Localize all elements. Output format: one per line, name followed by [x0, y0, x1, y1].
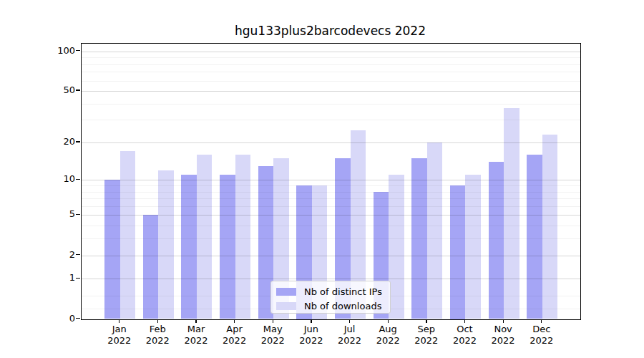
gridline-minor [82, 226, 580, 226]
x-axis-tick [464, 319, 465, 323]
x-axis-tick [273, 319, 273, 323]
gridline-minor [82, 57, 580, 58]
y-axis-tick [76, 141, 80, 142]
x-axis-tick [388, 319, 389, 323]
legend-label-distinct-ips: Nb of distinct IPs [304, 286, 382, 297]
y-tick-label: 0 [29, 313, 75, 324]
y-tick-label: 1 [29, 272, 75, 284]
gridline-minor [82, 120, 580, 120]
y-axis-tick [76, 254, 80, 255]
y-axis-tick [76, 214, 80, 215]
x-axis-tick [234, 319, 235, 323]
x-axis-tick [195, 319, 196, 323]
bar-downloads-aug [389, 175, 404, 319]
legend-label-downloads: Nb of downloads [304, 301, 381, 311]
y-axis-tick [76, 50, 80, 51]
plot-area [81, 43, 581, 320]
gridline-major [82, 91, 580, 92]
x-axis-tick [157, 319, 158, 323]
gridline-minor [82, 104, 580, 105]
x-axis-tick [311, 319, 311, 323]
gridline-minor [82, 238, 580, 239]
y-axis-tick [76, 278, 80, 279]
bar-downloads-nov [504, 108, 519, 319]
gridline-major [82, 142, 580, 143]
gridline-major [82, 256, 580, 256]
bar-downloads-feb [158, 170, 174, 319]
x-axis-tick [503, 319, 504, 323]
y-axis-tick [76, 179, 80, 180]
y-axis-tick [76, 318, 80, 319]
x-tick-label: Dec2022 [517, 324, 567, 346]
y-tick-label: 50 [29, 84, 75, 96]
y-tick-label: 10 [29, 173, 75, 185]
gridline-major [82, 180, 580, 180]
chart-title: hgu133plus2barcodevecs 2022 [81, 24, 580, 38]
gridline-major [82, 52, 580, 52]
gridline-minor [82, 64, 580, 65]
x-axis-tick [349, 319, 350, 323]
legend-row-distinct-ips: Nb of distinct IPs [276, 284, 390, 299]
bar-downloads-sep [427, 142, 443, 319]
gridline-minor [82, 192, 580, 193]
y-tick-label: 20 [29, 136, 75, 147]
x-axis-tick [541, 319, 542, 323]
bar-downloads-oct [465, 175, 481, 319]
y-tick-label: 100 [29, 45, 75, 57]
bar-downloads-dec [542, 135, 558, 319]
legend-row-downloads: Nb of downloads [276, 299, 390, 313]
bar-distinct-ips-apr [220, 175, 235, 319]
gridline-minor [82, 72, 580, 72]
bar-distinct-ips-jan [104, 180, 120, 319]
chart-figure: hgu133plus2barcodevecs 2022 012510205010… [0, 0, 644, 358]
gridline-minor [82, 81, 580, 82]
legend-swatch-downloads [276, 302, 296, 310]
legend-swatch-distinct-ips [276, 288, 296, 296]
bar-downloads-jan [120, 151, 136, 319]
legend: Nb of distinct IPs Nb of downloads [270, 281, 391, 314]
gridline-major [82, 279, 580, 279]
x-axis-tick [426, 319, 426, 323]
gridline-major [82, 215, 580, 216]
y-axis-tick [76, 90, 80, 90]
y-tick-label: 2 [29, 249, 75, 261]
y-tick-label: 5 [29, 208, 75, 220]
gridline-minor [82, 198, 580, 199]
bar-distinct-ips-mar [181, 175, 197, 319]
x-axis-tick [119, 319, 119, 323]
gridline-minor [82, 185, 580, 186]
bar-distinct-ips-feb [143, 215, 159, 319]
gridline-minor [82, 206, 580, 207]
